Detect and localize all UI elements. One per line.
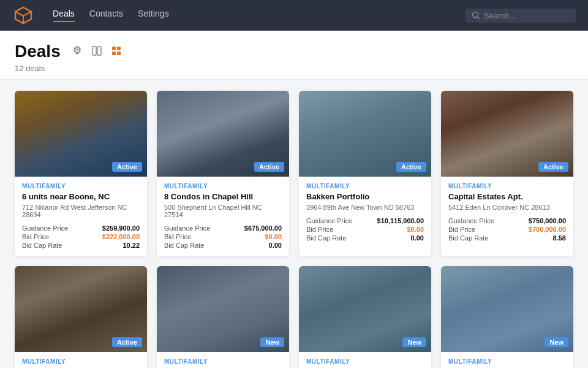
guidance-price-label: Guidance Price <box>306 217 352 224</box>
card-image: Active <box>15 91 147 177</box>
guidance-price-value: $259,900.00 <box>102 224 140 232</box>
search-bar <box>466 9 576 23</box>
svg-rect-6 <box>92 47 96 55</box>
guidance-price-label: Guidance Price <box>22 224 68 232</box>
svg-line-3 <box>478 17 480 20</box>
deal-card[interactable]: Active MULTIFAMILY 8 Condos in Chapel Hi… <box>157 91 289 256</box>
deal-card[interactable]: Active MULTIFAMILY Bakken Portfolio 3964… <box>299 91 431 256</box>
nav-contacts[interactable]: Contacts <box>89 9 123 22</box>
guidance-price-value: $675,000.00 <box>244 224 282 232</box>
status-badge: Active <box>254 162 284 172</box>
bid-cap-rate-label: Bid Cap Rate <box>22 242 62 249</box>
search-input[interactable] <box>484 11 570 20</box>
card-stats: Guidance Price $675,000.00 Bid Price $0.… <box>164 224 282 249</box>
bid-price-label: Bid Price <box>164 233 191 240</box>
card-category: MULTIFAMILY <box>164 183 282 190</box>
card-category: MULTIFAMILY <box>448 183 566 190</box>
card-body: MULTIFAMILY Deal Seven 789 Pine Rd Villa… <box>299 352 431 368</box>
card-body: MULTIFAMILY Capital Estates Apt. 5412 Ed… <box>441 177 573 249</box>
bid-price-value: $222,000.00 <box>102 233 140 240</box>
bid-cap-rate-row: Bid Cap Rate 0.00 <box>164 242 282 249</box>
card-body: MULTIFAMILY Deal Eight 321 Elm St Metro … <box>441 352 573 368</box>
card-body: MULTIFAMILY Deal Six 456 Oak Ave Town St… <box>157 352 289 368</box>
nav-deals[interactable]: Deals <box>53 9 75 22</box>
svg-rect-7 <box>97 47 101 55</box>
bid-price-label: Bid Price <box>306 226 333 233</box>
svg-point-2 <box>473 12 478 18</box>
deal-card[interactable]: New MULTIFAMILY Deal Seven 789 Pine Rd V… <box>299 266 431 368</box>
bid-price-value: $0.00 <box>407 226 424 233</box>
card-name: 8 Condos in Chapel Hill <box>164 192 282 202</box>
svg-rect-8 <box>112 47 116 50</box>
card-stats: Guidance Price $10,115,000.00 Bid Price … <box>306 217 424 242</box>
card-body: MULTIFAMILY 6 units near Boone, NC 712 N… <box>15 177 147 256</box>
bid-price-row: Bid Price $0.00 <box>164 233 282 240</box>
nav-settings[interactable]: Settings <box>138 9 169 22</box>
app-logo[interactable] <box>12 4 34 26</box>
card-stats: Guidance Price $750,000.00 Bid Price $70… <box>448 217 566 242</box>
status-badge: Active <box>396 162 426 172</box>
guidance-price-value: $750,000.00 <box>529 217 566 224</box>
bid-price-value: $0.00 <box>265 233 282 240</box>
guidance-price-row: Guidance Price $259,900.00 <box>22 224 140 232</box>
card-body: MULTIFAMILY Deal Five 123 Main St City S… <box>15 352 147 368</box>
guidance-price-label: Guidance Price <box>448 217 494 224</box>
card-category: MULTIFAMILY <box>164 358 282 365</box>
bid-cap-rate-label: Bid Cap Rate <box>306 234 346 242</box>
deal-card[interactable]: New MULTIFAMILY Deal Eight 321 Elm St Me… <box>441 266 573 368</box>
bid-cap-rate-value: 10.22 <box>123 242 140 249</box>
status-badge: New <box>545 337 568 347</box>
card-body: MULTIFAMILY Bakken Portfolio 3964 89th A… <box>299 177 431 249</box>
card-category: MULTIFAMILY <box>306 358 424 365</box>
deal-card[interactable]: Active MULTIFAMILY Capital Estates Apt. … <box>441 91 573 256</box>
guidance-price-row: Guidance Price $675,000.00 <box>164 224 282 232</box>
deal-card[interactable]: New MULTIFAMILY Deal Six 456 Oak Ave Tow… <box>157 266 289 368</box>
guidance-price-value: $10,115,000.00 <box>377 217 424 224</box>
bid-cap-rate-label: Bid Cap Rate <box>164 242 204 249</box>
deal-card[interactable]: Active MULTIFAMILY 6 units near Boone, N… <box>15 91 147 256</box>
status-badge: New <box>260 337 284 347</box>
status-badge: New <box>402 337 426 347</box>
card-name: Capital Estates Apt. <box>448 192 566 202</box>
page-header: Deals <box>0 31 588 80</box>
bid-price-row: Bid Price $0.00 <box>306 226 424 233</box>
map-view-icon[interactable] <box>70 44 84 60</box>
svg-point-5 <box>76 49 78 51</box>
bid-price-value: $700,000.00 <box>529 226 566 233</box>
card-address: 3964 89th Ave New Town ND 58763 <box>306 204 424 211</box>
card-image: Active <box>441 91 573 177</box>
bid-price-row: Bid Price $222,000.00 <box>22 233 140 240</box>
card-address: 5412 Eden Ln Conover NC 28613 <box>448 204 566 211</box>
search-icon <box>472 11 480 20</box>
card-address: 712 Nikanor Rd West Jefferson NC 28694 <box>22 204 140 218</box>
deal-count: 12 deals <box>15 64 573 73</box>
bid-cap-rate-row: Bid Cap Rate 0.00 <box>306 234 424 242</box>
card-name: 6 units near Boone, NC <box>22 192 140 202</box>
page-title: Deals <box>15 42 61 61</box>
guidance-price-label: Guidance Price <box>164 224 210 232</box>
card-image: Active <box>15 266 147 352</box>
card-image: Active <box>157 91 289 177</box>
status-badge: Active <box>112 337 142 347</box>
bid-cap-rate-value: 0.00 <box>269 242 282 249</box>
card-stats: Guidance Price $259,900.00 Bid Price $22… <box>22 224 140 249</box>
card-address: 500 Shepherd Ln Chapel Hill NC 27514 <box>164 204 282 218</box>
svg-rect-9 <box>117 47 121 50</box>
card-image: New <box>441 266 573 352</box>
split-view-icon[interactable] <box>90 44 104 60</box>
bid-cap-rate-row: Bid Cap Rate 8.58 <box>448 234 566 242</box>
bid-cap-rate-value: 8.58 <box>553 234 566 242</box>
bid-price-row: Bid Price $700,000.00 <box>448 226 566 233</box>
card-body: MULTIFAMILY 8 Condos in Chapel Hill 500 … <box>157 177 289 256</box>
bid-cap-rate-value: 0.00 <box>411 234 424 242</box>
guidance-price-row: Guidance Price $10,115,000.00 <box>306 217 424 224</box>
card-category: MULTIFAMILY <box>448 358 566 365</box>
svg-rect-11 <box>117 52 121 55</box>
grid-view-icon[interactable] <box>110 44 123 60</box>
bid-price-label: Bid Price <box>22 233 49 240</box>
card-category: MULTIFAMILY <box>22 183 140 190</box>
card-image: Active <box>299 91 431 177</box>
svg-rect-10 <box>112 52 116 55</box>
card-category: MULTIFAMILY <box>22 358 140 365</box>
deal-card[interactable]: Active MULTIFAMILY Deal Five 123 Main St… <box>15 266 147 368</box>
